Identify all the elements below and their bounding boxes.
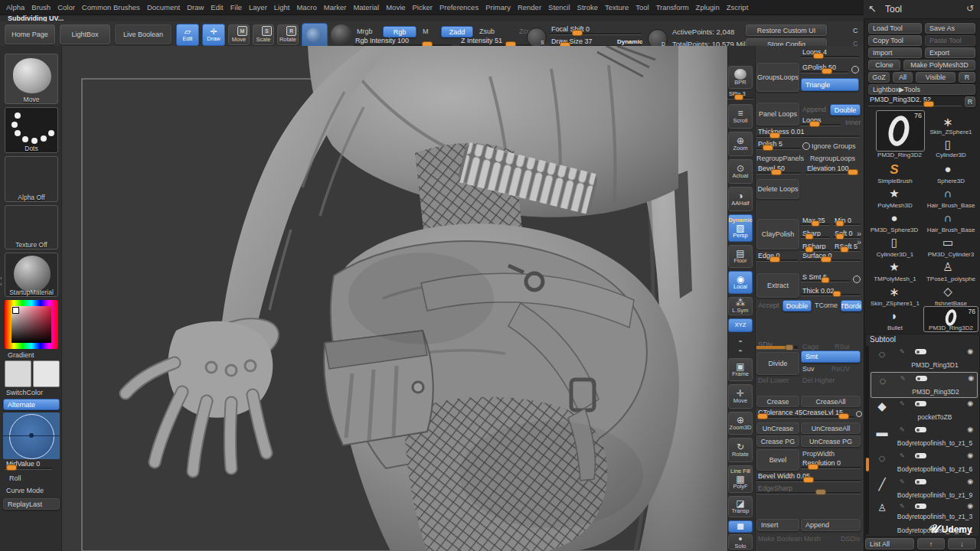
midvalue-sphere-widget[interactable] <box>3 412 60 459</box>
visibility-pill[interactable] <box>915 427 926 432</box>
bullet-icon[interactable]: ◗ <box>882 309 906 322</box>
menu-item[interactable]: Render <box>518 3 541 11</box>
eye-icon[interactable]: ◉ <box>967 399 973 407</box>
scale-button[interactable]: S Scale <box>253 24 274 45</box>
menu-item[interactable]: Brush <box>31 3 51 11</box>
curve-mode-button[interactable]: Curve Mode <box>6 487 44 494</box>
subtool-item[interactable]: ◆ ✎ ◉ pocketToZB <box>871 398 976 422</box>
menu-item[interactable]: Zplugin <box>696 3 720 11</box>
visibility-pill[interactable] <box>915 453 926 458</box>
creaselvl-toggle[interactable] <box>856 411 862 417</box>
ssmt-toggle[interactable] <box>853 276 861 283</box>
scroll-button[interactable]: ≡Scroll <box>728 104 753 129</box>
menu-item[interactable]: Draw <box>187 3 204 11</box>
menu-item[interactable]: Picker <box>413 3 433 11</box>
subtool-header[interactable]: Subtool <box>870 335 896 344</box>
rgb-button[interactable]: Rgb <box>383 26 416 37</box>
ctolerance-slider[interactable]: CTolerance 45 <box>756 409 799 419</box>
polymesh-star-icon[interactable]: ★ <box>882 187 906 201</box>
cylinder-icon[interactable]: ▯ <box>882 236 906 249</box>
menu-item[interactable]: Texture <box>605 3 629 11</box>
regroup-loops-button[interactable]: RegroupLoops <box>810 155 855 162</box>
elevation-slider[interactable]: Elevation 100 <box>805 165 859 175</box>
visibility-pill[interactable] <box>915 349 926 354</box>
smt-toggle[interactable]: Smt <box>801 350 861 363</box>
extract-button[interactable]: Extract <box>756 273 799 298</box>
gpolish-slider[interactable]: GPolish 50 <box>801 64 848 74</box>
menu-item[interactable]: Light <box>274 3 290 11</box>
double-toggle[interactable]: Double <box>830 104 861 116</box>
ghost-toggle-a[interactable]: ◒ <box>728 335 753 346</box>
uncrease-button[interactable]: UnCrease <box>756 422 799 434</box>
subtool-item-selected[interactable]: ◌ ✎ ◉ PM3D_Ring3D2 <box>871 372 978 398</box>
triangle-button[interactable]: Triangle <box>801 78 859 91</box>
menu-item[interactable]: Primary <box>485 3 511 11</box>
goz-visible-button[interactable]: Visible <box>916 72 956 83</box>
color-picker[interactable] <box>5 300 58 349</box>
insert-button[interactable]: Insert <box>756 519 799 531</box>
crease-pg-button[interactable]: Crease PG <box>756 435 799 447</box>
live-boolean-button[interactable]: Live Boolean <box>115 24 172 44</box>
mrgb-button[interactable]: Mrgb <box>357 28 373 35</box>
divide-button[interactable]: Divide <box>756 352 799 375</box>
polypaint-icon[interactable]: ✎ <box>900 348 905 355</box>
move-viewport-button[interactable]: ✛Move <box>728 384 753 409</box>
switch-color-button[interactable]: SwitchColor <box>6 389 43 396</box>
current-alpha-thumb[interactable]: Alpha Off <box>5 156 58 202</box>
polypaint-icon[interactable]: ✎ <box>900 426 905 433</box>
paste-tool-button[interactable]: Paste Tool <box>925 35 975 46</box>
roll-button[interactable]: Roll <box>9 474 21 482</box>
viewport-canvas[interactable] <box>61 46 727 551</box>
menu-item[interactable]: Stroke <box>577 3 598 11</box>
transp-button[interactable]: ◪Transp <box>728 496 753 517</box>
current-stroke-thumb[interactable]: Dots <box>5 107 58 153</box>
polyframe-button[interactable]: Line Fill ▦ PolyF <box>728 465 753 493</box>
home-page-button[interactable]: Home Page <box>5 24 55 44</box>
spix-slider[interactable]: SPix 3 <box>727 91 753 100</box>
ssmt-slider[interactable]: S Smt 5 <box>801 274 850 283</box>
append-button[interactable]: Append <box>801 519 861 531</box>
active-tool-thumb[interactable]: 76 <box>876 110 925 152</box>
visibility-pill[interactable] <box>916 376 927 381</box>
subtool-item[interactable]: ♙ ✎ ◉ Bodyretopofinish_to_z1_3 <box>871 502 976 522</box>
current-texture-thumb[interactable]: Texture Off <box>5 205 58 249</box>
thick-slider[interactable]: Thick 0.02 <box>801 288 861 297</box>
draw-size-dial-icon[interactable]: S <box>527 28 547 47</box>
cylinder-flat-icon[interactable]: ▭ <box>936 236 960 249</box>
propwidth-toggle[interactable]: PropWidth <box>802 450 835 458</box>
subtool-item[interactable]: ╱ ✎ ◉ Bodyretopofinish_to_z1_9 <box>871 476 976 500</box>
crease-button[interactable]: Crease <box>756 396 799 407</box>
creaselvl-slider[interactable]: CreaseLvl 15 <box>801 409 854 419</box>
surface-slider[interactable]: Surface 0 <box>801 253 861 262</box>
menu-item[interactable]: Material <box>353 3 379 11</box>
claypolish-button[interactable]: ClayPolish <box>756 219 799 249</box>
local-button[interactable]: ◉Local <box>728 271 753 294</box>
menu-item[interactable]: Macro <box>296 3 316 11</box>
zsphere-icon[interactable]: ∗ <box>882 285 906 299</box>
eye-icon[interactable]: ◉ <box>967 347 973 355</box>
visibility-pill[interactable] <box>915 479 926 484</box>
goz-r-button[interactable]: R <box>959 72 975 83</box>
subtool-down-button[interactable]: ↓ <box>948 538 976 549</box>
lightbox-button[interactable]: LightBox <box>60 24 110 44</box>
panel-expand-handle[interactable]: »» <box>857 230 864 248</box>
eye-icon[interactable]: ◉ <box>967 452 973 459</box>
menu-item[interactable]: Transform <box>656 3 689 11</box>
claypolish-max-slider[interactable]: Max 25 <box>801 217 830 227</box>
subtool-item[interactable]: ▬ ✎ ◉ Bodyretopofinish_to_z1_5 <box>871 424 976 448</box>
load-tool-button[interactable]: Load Tool <box>868 23 922 34</box>
current-brush-thumb[interactable]: Move <box>5 54 58 104</box>
menu-item[interactable]: Marker <box>324 3 347 11</box>
ghost-active-button[interactable]: ▩ <box>728 520 753 533</box>
eye-icon[interactable]: ◉ <box>968 374 974 382</box>
panel-loops-button[interactable]: Panel Loops <box>756 103 799 126</box>
import-button[interactable]: Import <box>868 47 922 58</box>
cage-button[interactable]: Cage <box>802 343 819 350</box>
goz-button[interactable]: GoZ <box>868 72 890 83</box>
visibility-pill[interactable] <box>915 504 926 509</box>
menu-item[interactable]: Movie <box>386 3 405 11</box>
extract-double-toggle[interactable]: Double <box>782 300 812 311</box>
delete-loops-button[interactable]: Delete Loops <box>756 179 799 199</box>
menu-item[interactable]: Edit <box>211 3 223 11</box>
left-tray-collapse-handle[interactable]: ‹‹ <box>0 276 5 295</box>
